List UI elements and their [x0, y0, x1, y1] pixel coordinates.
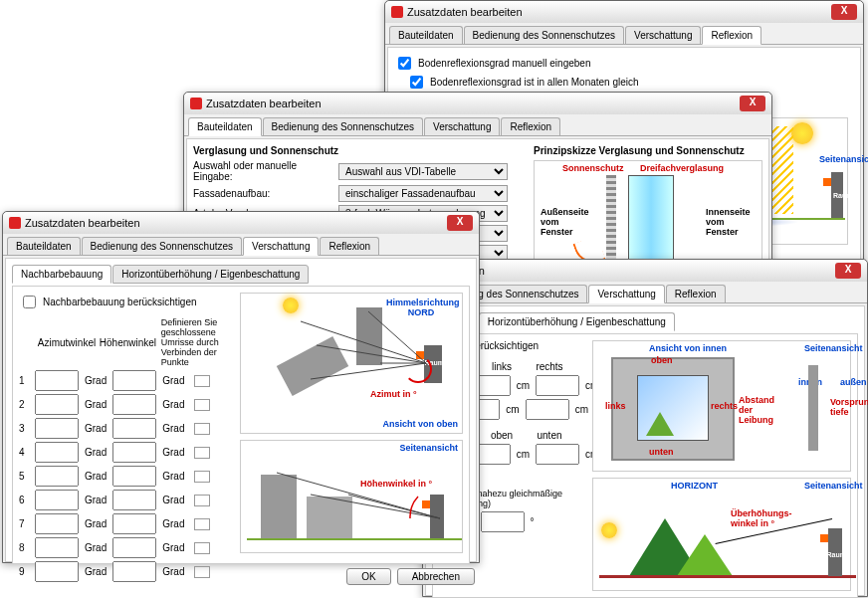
select-auswahl[interactable]: Auswahl aus VDI-Tabelle	[338, 163, 508, 180]
lines-icon	[241, 294, 462, 433]
section-icon	[808, 365, 818, 451]
tab-reflexion[interactable]: Reflexion	[320, 237, 379, 255]
label-fassade: Fassadenaufbau:	[193, 188, 332, 199]
svg-line-7	[348, 495, 440, 518]
link-toggle-1[interactable]	[194, 375, 210, 387]
dialog-nachbarbebauung: Zusatzdaten bearbeitenX Bauteildaten Bed…	[2, 211, 480, 563]
label-hohen: Höhenwinkel	[100, 337, 155, 348]
tab-reflexion[interactable]: Reflexion	[702, 26, 761, 45]
input-hw-3[interactable]	[112, 418, 156, 439]
tabs: Bauteildaten Bedienung des Sonnenschutze…	[385, 23, 863, 45]
subtab-horizont[interactable]: Horizontüberhöhung / Eigenbeschattung	[479, 312, 675, 331]
window-title: Zusatzdaten bearbeiten	[407, 6, 523, 18]
input-hw-9[interactable]	[112, 561, 156, 582]
chk-nachbar[interactable]: Nachbarbebauung berücksichtigen	[19, 293, 234, 311]
window-icon	[637, 375, 709, 441]
close-icon[interactable]: X	[831, 4, 857, 20]
label-definieren: Definieren Sie geschlossene Umrisse durc…	[161, 317, 234, 367]
close-icon[interactable]: X	[835, 263, 861, 279]
tab-reflexion[interactable]: Reflexion	[666, 285, 726, 302]
dialog-eigenbeschattung: arbeitenX Bedienung des Sonnenschutzes V…	[422, 259, 868, 597]
window-title: Zusatzdaten bearbeiten	[206, 98, 322, 109]
titlebar[interactable]: Zusatzdaten bearbeitenX	[184, 93, 771, 114]
diagram-leibung: Ansicht von innen Seitenansicht oben unt…	[592, 340, 851, 472]
select-fassade[interactable]: einschaliger Fassadenaufbau	[338, 185, 508, 202]
tabs: Bedienung des Sonnenschutzes Verschattun…	[423, 282, 867, 303]
input-hw-7[interactable]	[112, 513, 156, 534]
diagram-hohen: Seitenansicht Höhenwinkel in °	[240, 440, 463, 553]
input-az-9[interactable]	[35, 561, 79, 582]
ground-icon	[599, 575, 856, 578]
sun-icon	[601, 522, 617, 538]
link-toggle-5[interactable]	[194, 471, 210, 483]
input-rechts[interactable]	[536, 375, 579, 396]
input-hw-2[interactable]	[112, 394, 156, 415]
label-azimut: Azimutwinkel	[38, 337, 94, 348]
window-title: Zusatzdaten bearbeiten	[25, 217, 140, 229]
input-az-1[interactable]	[35, 370, 79, 391]
tab-verschattung[interactable]: Verschattung	[625, 26, 701, 44]
chk-manual[interactable]: Bodenreflexionsgrad manuell eingeben	[394, 54, 854, 73]
link-toggle-3[interactable]	[194, 423, 210, 435]
input-az-7[interactable]	[35, 513, 79, 534]
input-hw-8[interactable]	[112, 537, 156, 558]
app-icon	[190, 98, 202, 109]
app-icon	[391, 6, 403, 18]
subtab-nachbar[interactable]: Nachbarbebauung	[12, 265, 111, 284]
label-auswahl: Auswahl oder manuelle Eingabe:	[193, 160, 332, 182]
mountain-mini-icon	[646, 412, 674, 436]
input-rechts2[interactable]	[526, 399, 569, 420]
tab-verschattung[interactable]: Verschattung	[243, 237, 319, 256]
input-az-3[interactable]	[35, 418, 79, 439]
input-hw-1[interactable]	[112, 370, 156, 391]
tab-bedienung[interactable]: Bedienung des Sonnenschutzes	[82, 237, 242, 255]
tabs: Bauteildaten Bedienung des Sonnenschutze…	[184, 114, 771, 136]
label-side: Seitenansicht	[819, 154, 868, 164]
link-toggle-8[interactable]	[194, 542, 210, 554]
input-winkel[interactable]	[481, 511, 525, 532]
chk-allmonths[interactable]: Bodenreflexionsgrad ist in allen Monaten…	[406, 73, 854, 92]
input-az-4[interactable]	[35, 442, 79, 463]
diagram-prinzip: Sonnenschutz Dreifachverglasung Außensei…	[534, 160, 762, 274]
sun-icon	[791, 122, 813, 144]
svg-line-2	[311, 363, 426, 379]
tab-bauteildaten[interactable]: Bauteildaten	[389, 26, 463, 44]
input-az-5[interactable]	[35, 466, 79, 487]
link-toggle-7[interactable]	[194, 518, 210, 530]
tab-bedienung[interactable]: Bedienung des Sonnenschutzes	[464, 26, 624, 44]
diagram-horizont: HORIZONT Seitenansicht Raum Überhöhungs-…	[592, 478, 851, 591]
tab-verschattung[interactable]: Verschattung	[424, 117, 500, 135]
titlebar[interactable]: Zusatzdaten bearbeitenX	[3, 212, 479, 234]
tab-verschattung[interactable]: Verschattung	[588, 285, 664, 303]
dialog-body: NachbarbebauungHorizontüberhöhung / Eige…	[5, 258, 477, 562]
input-hw-5[interactable]	[112, 466, 156, 487]
input-az-2[interactable]	[35, 394, 79, 415]
diagram-azimut: Himmelsrichtung NORD Raum Azimut in ° An…	[240, 293, 463, 434]
link-toggle-6[interactable]	[194, 495, 210, 506]
dialog-body: auungHorizontüberhöhung / Eigenbeschattu…	[425, 305, 865, 596]
app-icon	[9, 217, 21, 229]
ok-button[interactable]: OK	[346, 568, 390, 585]
cancel-button[interactable]: Abbrechen	[397, 568, 475, 585]
section-title: Verglasung und Sonnenschutz	[193, 145, 526, 156]
tab-bauteildaten[interactable]: Bauteildaten	[7, 237, 81, 255]
input-az-6[interactable]	[35, 490, 79, 510]
input-unten[interactable]	[536, 444, 579, 465]
link-toggle-4[interactable]	[194, 447, 210, 459]
link-toggle-2[interactable]	[194, 399, 210, 411]
svg-line-6	[311, 495, 440, 518]
blind-icon	[606, 175, 616, 259]
link-toggle-9[interactable]	[194, 566, 210, 578]
tab-bauteildaten[interactable]: Bauteildaten	[188, 117, 262, 136]
input-az-8[interactable]	[35, 537, 79, 558]
titlebar[interactable]: arbeitenX	[423, 260, 867, 282]
tab-reflexion[interactable]: Reflexion	[501, 117, 560, 135]
input-hw-6[interactable]	[112, 490, 156, 510]
titlebar[interactable]: Zusatzdaten bearbeitenX	[385, 1, 863, 23]
close-icon[interactable]: X	[447, 215, 473, 231]
tabs: Bauteildaten Bedienung des Sonnenschutze…	[3, 234, 479, 256]
tab-bedienung[interactable]: Bedienung des Sonnenschutzes	[263, 117, 423, 135]
subtab-horizont[interactable]: Horizontüberhöhung / Eigenbeschattung	[112, 265, 309, 284]
close-icon[interactable]: X	[740, 96, 765, 111]
input-hw-4[interactable]	[112, 442, 156, 463]
